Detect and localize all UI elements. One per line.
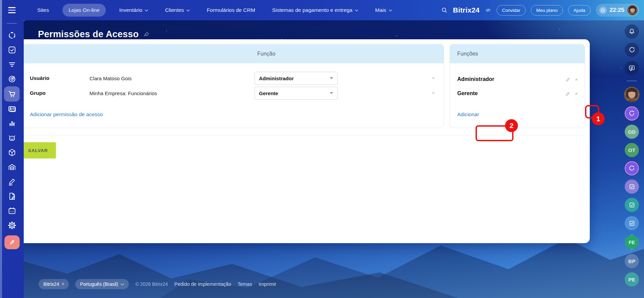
role-name: Gerente [457, 90, 478, 97]
footer-link-implementation[interactable]: Pedido de implementação [174, 281, 231, 287]
nav-item-formularios-crm[interactable]: Formulários de CRM [203, 4, 259, 17]
footer-brand-pill[interactable]: Bitrix24© [39, 279, 69, 289]
worktime-widget[interactable]: 22:25 [596, 4, 639, 17]
chat-badge-ot[interactable]: OT [625, 143, 639, 157]
nav-item-sites[interactable]: Sites [34, 4, 52, 17]
annotation-step1-badge: 1 [592, 112, 605, 125]
community-icon [7, 31, 17, 40]
sidebar-item-crm[interactable] [4, 57, 20, 72]
invite-button[interactable]: Convidar [497, 5, 526, 16]
sidebar-item-warehouse[interactable] [4, 160, 20, 174]
sidebar-item-marketing[interactable] [4, 72, 20, 86]
nav-item-clientes[interactable]: Clientes [162, 4, 193, 17]
topbar-right-cluster: Bitrix24 Convidar Meu plano Ajuda 22:25 [441, 4, 644, 17]
role-column-header: Função [20, 44, 444, 63]
messenger-button[interactable] [625, 61, 639, 75]
sidebar-item-calendar[interactable] [4, 204, 20, 218]
tasks-chat-badge[interactable] [625, 179, 639, 194]
language-label: Português (Brasil) [80, 281, 118, 287]
role-name: Administrador [457, 76, 494, 82]
chat-initials: PE [628, 277, 635, 282]
role-row-gerente: Gerente × [450, 86, 585, 101]
footer-brand-label: Bitrix24 [43, 281, 59, 287]
nav-item-pagamento-entrega[interactable]: Sistemas de pagamento e entrega [269, 4, 362, 17]
user-avatar[interactable] [627, 5, 638, 15]
sidebar-item-community[interactable] [4, 28, 20, 43]
edit-pencil-icon[interactable] [565, 77, 570, 82]
chat-badge-fe[interactable]: FE [624, 234, 639, 250]
remove-permission-icon[interactable]: × [432, 90, 435, 96]
footer-link-print[interactable]: Imprimir [259, 281, 276, 287]
nav-item-mais[interactable]: Mais [372, 4, 396, 17]
sidebar-item-catalog[interactable] [4, 145, 20, 160]
marketing-target-icon [7, 74, 17, 84]
save-button[interactable]: SALVAR [20, 142, 56, 158]
sidebar-item-settings[interactable] [4, 218, 20, 233]
footer: Bitrix24© Português (Brasil) © 2026 Bitr… [39, 279, 276, 289]
task-check-icon [628, 201, 636, 209]
roles-card: Funções Administrador × Gerente × Adicio… [449, 44, 585, 128]
right-sidebar: GD OT FE BP PE [622, 24, 641, 286]
hamburger-menu-icon[interactable] [0, 7, 24, 13]
chat-badge-bp[interactable]: BP [625, 254, 639, 268]
access-permissions-card: Função Usuário Clara Matoso Gois Adminis… [20, 44, 444, 128]
left-sidebar [0, 20, 24, 298]
chat-badge-gd[interactable]: GD [625, 125, 639, 139]
chat-initials: OT [628, 147, 636, 153]
my-plan-button[interactable]: Meu plano [531, 5, 563, 16]
roles-card-header-label: Funções [457, 51, 478, 57]
notifications-button[interactable] [625, 24, 639, 39]
role-column-header-label: Função [257, 51, 275, 57]
sidebar-item-documents[interactable] [4, 189, 20, 204]
role-select-user[interactable]: Administrador [255, 72, 338, 85]
nav-item-lojas-online[interactable]: Lojas On-line [62, 4, 105, 17]
copilot-chat-badge[interactable] [625, 161, 639, 175]
role-select-value: Administrador [259, 76, 294, 81]
window-edge [0, 0, 2, 298]
sidebar-item-clients[interactable] [4, 102, 20, 116]
filter-sliders-icon[interactable] [485, 7, 491, 13]
stars-decoration [24, 20, 24, 21]
sidebar-item-analytics[interactable] [4, 116, 20, 131]
add-role-link[interactable]: Adicionar [457, 111, 479, 118]
add-permission-link[interactable]: Adicionar permissão de acesso [30, 111, 103, 118]
tasks-chat-badge[interactable] [625, 198, 639, 212]
chevron-down-icon [145, 9, 148, 12]
warehouse-icon [7, 163, 17, 172]
help-button[interactable]: Ajuda [568, 5, 591, 16]
settings-gear-icon [7, 221, 17, 230]
sidebar-item-boost[interactable] [4, 235, 20, 249]
search-icon[interactable] [441, 7, 448, 14]
language-selector[interactable]: Português (Brasil) [75, 279, 129, 289]
footer-link-themes[interactable]: Temas [238, 281, 252, 287]
roles-card-header: Funções [450, 44, 585, 63]
user-avatar[interactable] [624, 87, 640, 102]
nav-item-inventario[interactable]: Inventário [116, 4, 152, 17]
delete-role-icon[interactable]: × [575, 91, 578, 96]
bitrix24-logo[interactable]: Bitrix24 [453, 6, 480, 14]
main-nav: Sites Lojas On-line Inventário Clientes … [34, 4, 396, 17]
online-store-cart-icon [7, 89, 17, 99]
page-header: Permissões de Acesso [38, 29, 150, 40]
analytics-chart-icon [7, 119, 17, 128]
chat-initials: BP [628, 258, 636, 264]
sidebar-divider [7, 23, 17, 24]
sidebar-item-online-store[interactable] [4, 86, 20, 102]
role-select-group[interactable]: Gerente [255, 87, 338, 100]
delete-role-icon[interactable]: × [575, 77, 578, 82]
edit-pencil-icon[interactable] [565, 91, 570, 96]
copilot-button[interactable] [625, 43, 639, 57]
chat-initials: FE [628, 239, 635, 245]
copilot-chat-badge[interactable] [625, 106, 639, 121]
role-select-value: Gerente [259, 90, 278, 96]
chat-badge-pe[interactable]: PE [625, 272, 639, 286]
sidebar-item-ai[interactable] [4, 131, 20, 145]
sidebar-item-sign[interactable] [4, 174, 20, 189]
sidebar-item-tasks[interactable] [4, 43, 20, 57]
permission-rows: Usuário Clara Matoso Gois Administrador … [20, 63, 444, 101]
annotation-step2-badge: 2 [505, 119, 518, 132]
sidebar-divider [627, 81, 637, 81]
tasks-chat-badge[interactable] [625, 216, 639, 230]
pin-icon[interactable] [143, 31, 150, 38]
remove-permission-icon[interactable]: × [432, 75, 435, 81]
